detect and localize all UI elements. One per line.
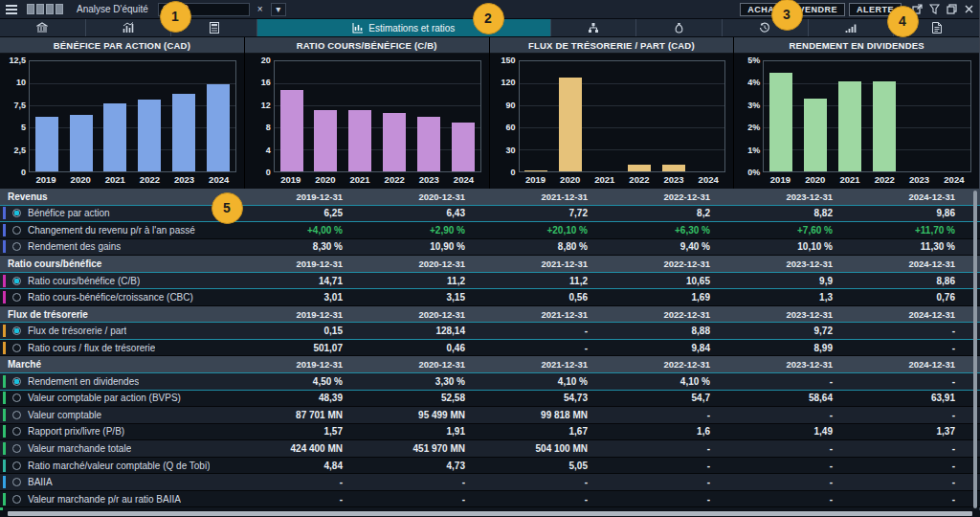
table-row[interactable]: Ratio cours/bénéfice (C/B)14,7111,211,21… xyxy=(0,273,980,290)
row-radio[interactable] xyxy=(12,326,21,335)
column-date: 2024-12-31 xyxy=(838,309,961,320)
annotation-circle-4: 4 xyxy=(887,6,919,37)
bar-2021 xyxy=(838,81,861,171)
table-row[interactable]: Valeur marchande p/r au ratio BAIIA-----… xyxy=(0,491,980,508)
row-radio[interactable] xyxy=(12,209,21,217)
x-axis: 201920202021202220232024 xyxy=(274,172,481,187)
column-date: 2023-12-31 xyxy=(716,309,838,320)
tab-estimations-et-ratios[interactable]: Estimations et ratios xyxy=(257,19,551,36)
column-date: 2023-12-31 xyxy=(716,258,838,269)
table-row[interactable]: Rendement en dividendes4,50 %3,30 %4,10 … xyxy=(0,373,980,391)
x-tick-label: 2022 xyxy=(132,172,167,187)
filter-icon[interactable] xyxy=(928,3,941,16)
tab-statistics[interactable] xyxy=(86,19,172,36)
close-icon[interactable] xyxy=(963,3,975,16)
row-value: - xyxy=(716,461,838,471)
row-radio[interactable] xyxy=(12,411,21,419)
table-row[interactable]: Ratio cours / flux de trésorerie501,070,… xyxy=(0,340,980,357)
row-value: 1,37 xyxy=(838,426,961,437)
row-value: 4,10 % xyxy=(593,376,716,387)
signal-bars-icon xyxy=(845,22,857,34)
column-date: 2020-12-31 xyxy=(348,309,471,320)
gridline xyxy=(275,149,480,150)
row-radio[interactable] xyxy=(12,293,21,302)
row-value: 501,07 xyxy=(226,343,348,353)
calculator-icon xyxy=(210,22,219,34)
table-row[interactable]: Ratio marché/valeur comptable (Q de Tobi… xyxy=(0,458,980,475)
charts-row: BÉNÉFICE PAR ACTION (CAD)12,5107,552,502… xyxy=(0,37,979,189)
app-window: Analyse D'équité TD × ▾ ACHAT VENDRE ALE… xyxy=(0,0,980,517)
clear-search-icon[interactable]: × xyxy=(254,3,267,16)
y-tick-label: 4 xyxy=(266,146,271,155)
row-radio[interactable] xyxy=(12,444,21,453)
row-radio[interactable] xyxy=(12,478,21,486)
table-row[interactable]: Changement du revenu p/r à l'an passé+4,… xyxy=(0,222,980,239)
row-value: 9,84 xyxy=(593,343,716,353)
window-controls xyxy=(911,3,975,16)
row-value: - xyxy=(471,494,593,505)
row-radio[interactable] xyxy=(12,495,21,504)
table-row[interactable]: Valeur comptable par action (BVPS)48,395… xyxy=(0,391,980,408)
y-tick-label: 0% xyxy=(747,168,760,177)
y-tick-label: 0 xyxy=(510,168,515,177)
tab-holdings[interactable] xyxy=(636,19,723,36)
column-date: 2019-12-31 xyxy=(226,191,348,202)
search-dropdown-icon[interactable]: ▾ xyxy=(271,3,286,16)
row-value: 0,76 xyxy=(838,292,961,303)
y-tick-label: 10 xyxy=(16,78,26,87)
vertical-scrollbar[interactable] xyxy=(973,191,977,508)
row-radio[interactable] xyxy=(12,277,21,285)
row-value: 11,30 % xyxy=(838,241,961,252)
row-label: Valeur marchande p/r au ratio BAIIA xyxy=(28,494,181,505)
annotation-circle-3: 3 xyxy=(771,0,803,31)
row-radio[interactable] xyxy=(12,242,21,251)
row-radio[interactable] xyxy=(12,393,21,402)
column-date: 2020-12-31 xyxy=(348,359,471,370)
x-tick-label: 2024 xyxy=(691,172,725,187)
bar-2022 xyxy=(138,100,161,171)
plot-area xyxy=(274,60,481,172)
row-radio[interactable] xyxy=(12,461,21,470)
restore-window-icon[interactable] xyxy=(946,3,958,16)
row-value: 6,25 xyxy=(226,208,348,218)
row-radio[interactable] xyxy=(12,344,21,352)
y-tick-label: 30 xyxy=(505,146,515,155)
x-tick-label: 2021 xyxy=(588,172,622,187)
row-value: - xyxy=(838,477,961,487)
tab-technicals[interactable] xyxy=(809,19,895,36)
gridline xyxy=(275,83,480,84)
table-row[interactable]: Bénéfice par action6,256,437,728,28,829,… xyxy=(0,206,980,223)
gridline xyxy=(30,149,235,150)
menu-icon[interactable] xyxy=(4,3,19,16)
column-date: 2023-12-31 xyxy=(716,359,838,370)
row-value: 3,01 xyxy=(226,292,348,303)
table-row[interactable]: BAIIA------ xyxy=(0,474,980,491)
chart-panel: FLUX DE TRÉSORERIE / PART (CAD)150120906… xyxy=(490,37,735,189)
column-date: 2022-12-31 xyxy=(593,258,716,269)
row-value: 0,56 xyxy=(471,292,593,303)
gridline xyxy=(764,83,970,84)
row-value: 11,2 xyxy=(348,276,471,286)
x-tick-label: 2020 xyxy=(63,172,98,187)
row-value: 99 818 MN xyxy=(471,410,593,420)
workspace-tiles[interactable] xyxy=(27,4,63,14)
bar-2019 xyxy=(524,170,547,172)
x-tick-label: 2023 xyxy=(167,172,202,187)
row-radio[interactable] xyxy=(12,377,21,386)
tab-sitemap[interactable] xyxy=(551,19,637,36)
row-value: 1,69 xyxy=(593,292,716,303)
table-row[interactable]: Valeur comptable87 701 MN95 499 MN99 818… xyxy=(0,407,980,424)
row-value: 0,15 xyxy=(226,326,348,336)
table-row[interactable]: Rapport prix/livre (P/B)1,571,911,671,61… xyxy=(0,424,980,441)
column-date: 2021-12-31 xyxy=(471,309,593,320)
bar-2020 xyxy=(314,110,337,171)
table-row[interactable]: Ratio cours-bénéfice/croissance (CBC)3,0… xyxy=(0,289,980,306)
table-row[interactable]: Flux de trésorerie / part0,15128,14-8,88… xyxy=(0,323,980,340)
table-row[interactable]: Valeur marchande totale424 400 MN451 970… xyxy=(0,440,980,458)
tab-bank[interactable] xyxy=(0,19,86,36)
row-value: - xyxy=(838,494,961,505)
table-row[interactable]: Rendement des gains8,30 %10,90 %8,80 %9,… xyxy=(0,239,980,257)
row-radio[interactable] xyxy=(12,427,21,436)
row-radio[interactable] xyxy=(12,226,21,235)
horizontal-scrollbar[interactable] xyxy=(0,510,980,517)
